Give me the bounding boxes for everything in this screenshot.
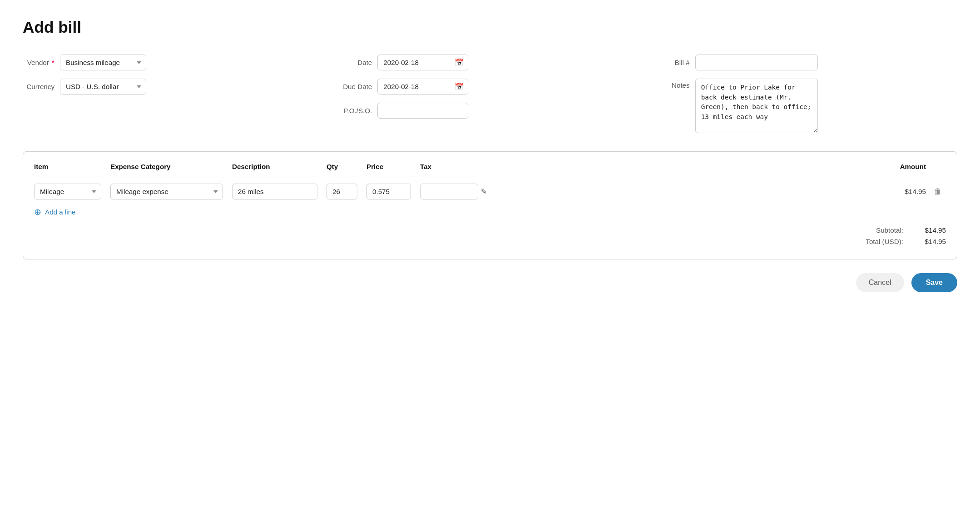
form-col-dates: Date 📅 Due Date 📅 P.O./S.O. bbox=[340, 55, 639, 133]
col-header-expense-category: Expense Category bbox=[110, 163, 228, 170]
amount-cell: $14.95 bbox=[496, 188, 926, 195]
item-select[interactable]: Mileage bbox=[34, 184, 101, 199]
add-line-label: Add a line bbox=[45, 208, 76, 216]
footer-buttons: Cancel Save bbox=[23, 273, 957, 292]
notes-field-row: Notes Office to Prior Lake for back deck… bbox=[658, 79, 957, 133]
due-date-input[interactable] bbox=[377, 79, 468, 95]
date-label: Date bbox=[340, 59, 372, 66]
po-so-label: P.O./S.O. bbox=[340, 107, 372, 115]
due-date-field-row: Due Date 📅 bbox=[340, 79, 639, 95]
total-row: Total (USD): $14.95 bbox=[858, 238, 946, 245]
price-input[interactable] bbox=[366, 184, 411, 199]
add-circle-icon: ⊕ bbox=[34, 207, 41, 217]
save-button[interactable]: Save bbox=[911, 273, 957, 292]
form-col-bill-notes: Bill # Notes Office to Prior Lake for ba… bbox=[658, 55, 957, 133]
tax-input[interactable] bbox=[420, 184, 478, 199]
col-header-price: Price bbox=[366, 163, 416, 170]
vendor-required-star: * bbox=[50, 59, 54, 66]
table-row: Mileage Mileage expense ✎ $14.95 🗑 bbox=[34, 184, 946, 199]
bill-number-label: Bill # bbox=[658, 59, 690, 66]
col-header-item: Item bbox=[34, 163, 107, 170]
tax-cell: ✎ bbox=[420, 184, 493, 199]
form-section: Vendor * Business mileage Currency USD -… bbox=[23, 55, 957, 133]
col-header-tax: Tax bbox=[420, 163, 493, 170]
subtotal-value: $14.95 bbox=[914, 226, 946, 234]
date-input[interactable] bbox=[377, 55, 468, 70]
notes-textarea[interactable]: Office to Prior Lake for back deck estim… bbox=[695, 79, 818, 133]
delete-row-button[interactable]: 🗑 bbox=[930, 187, 946, 196]
subtotal-row: Subtotal: $14.95 bbox=[858, 226, 946, 234]
col-header-amount: Amount bbox=[496, 163, 926, 170]
currency-label: Currency bbox=[23, 83, 54, 90]
due-date-input-wrap: 📅 bbox=[377, 79, 468, 95]
form-col-vendor-currency: Vendor * Business mileage Currency USD -… bbox=[23, 55, 322, 133]
po-so-input[interactable] bbox=[377, 103, 468, 119]
currency-field-row: Currency USD - U.S. dollar bbox=[23, 79, 322, 95]
line-items-section: Item Expense Category Description Qty Pr… bbox=[23, 151, 957, 259]
date-input-wrap: 📅 bbox=[377, 55, 468, 70]
totals-section: Subtotal: $14.95 Total (USD): $14.95 bbox=[34, 226, 946, 245]
due-date-label: Due Date bbox=[340, 83, 372, 90]
bill-number-input[interactable] bbox=[695, 55, 818, 70]
table-header: Item Expense Category Description Qty Pr… bbox=[34, 163, 946, 176]
expense-category-select[interactable]: Mileage expense bbox=[110, 184, 223, 199]
edit-tax-icon[interactable]: ✎ bbox=[481, 187, 487, 196]
total-value: $14.95 bbox=[914, 238, 946, 245]
cancel-button[interactable]: Cancel bbox=[856, 273, 904, 292]
col-header-qty: Qty bbox=[327, 163, 363, 170]
amount-value: $14.95 bbox=[905, 188, 926, 195]
po-so-field-row: P.O./S.O. bbox=[340, 103, 639, 119]
total-label: Total (USD): bbox=[858, 238, 903, 245]
col-header-description: Description bbox=[232, 163, 323, 170]
currency-select[interactable]: USD - U.S. dollar bbox=[60, 79, 146, 95]
add-line-button[interactable]: ⊕ Add a line bbox=[34, 207, 946, 217]
subtotal-label: Subtotal: bbox=[858, 226, 903, 234]
vendor-field-row: Vendor * Business mileage bbox=[23, 55, 322, 70]
col-header-actions bbox=[930, 163, 946, 170]
qty-input[interactable] bbox=[327, 184, 357, 199]
vendor-label: Vendor * bbox=[23, 59, 54, 66]
vendor-select[interactable]: Business mileage bbox=[60, 55, 146, 70]
page-title: Add bill bbox=[23, 18, 957, 36]
date-field-row: Date 📅 bbox=[340, 55, 639, 70]
description-input[interactable] bbox=[232, 184, 317, 199]
notes-label: Notes bbox=[658, 81, 690, 89]
bill-number-field-row: Bill # bbox=[658, 55, 957, 70]
